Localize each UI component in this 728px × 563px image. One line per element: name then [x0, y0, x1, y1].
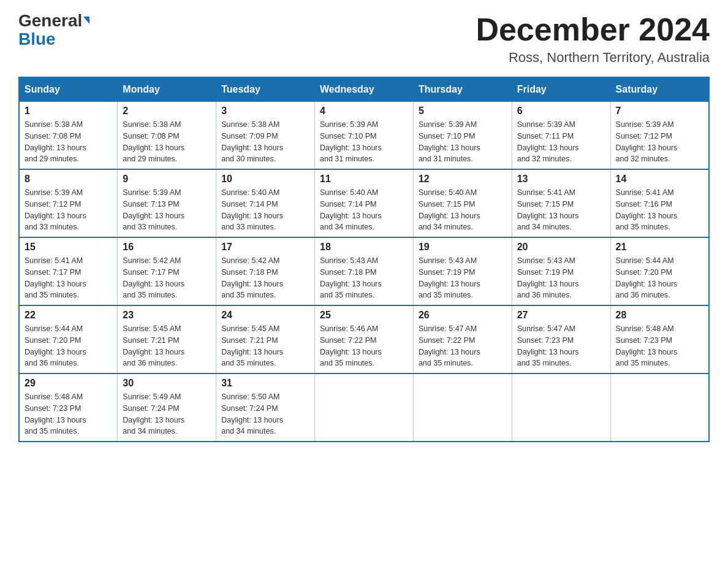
calendar-week-row: 1 Sunrise: 5:38 AM Sunset: 7:08 PM Dayli…: [19, 102, 709, 170]
day-info: Sunrise: 5:46 AM Sunset: 7:22 PM Dayligh…: [320, 323, 408, 369]
day-info: Sunrise: 5:49 AM Sunset: 7:24 PM Dayligh…: [123, 391, 211, 437]
calendar-cell: 31 Sunrise: 5:50 AM Sunset: 7:24 PM Dayl…: [216, 373, 315, 442]
day-number: 28: [616, 310, 703, 321]
day-info: Sunrise: 5:50 AM Sunset: 7:24 PM Dayligh…: [221, 391, 309, 437]
day-info: Sunrise: 5:40 AM Sunset: 7:15 PM Dayligh…: [419, 187, 507, 233]
calendar-cell: 25 Sunrise: 5:46 AM Sunset: 7:22 PM Dayl…: [315, 305, 414, 373]
day-info: Sunrise: 5:39 AM Sunset: 7:10 PM Dayligh…: [320, 119, 408, 165]
day-number: 7: [616, 105, 703, 117]
day-number: 4: [320, 105, 408, 117]
calendar-header-tuesday: Tuesday: [216, 77, 315, 102]
day-info: Sunrise: 5:43 AM Sunset: 7:19 PM Dayligh…: [419, 255, 507, 301]
day-info: Sunrise: 5:38 AM Sunset: 7:08 PM Dayligh…: [123, 119, 211, 165]
day-number: 18: [320, 242, 408, 253]
calendar-cell: 26 Sunrise: 5:47 AM Sunset: 7:22 PM Dayl…: [413, 305, 512, 373]
day-info: Sunrise: 5:39 AM Sunset: 7:12 PM Dayligh…: [616, 119, 703, 165]
day-info: Sunrise: 5:42 AM Sunset: 7:18 PM Dayligh…: [221, 255, 309, 301]
calendar-cell: 9 Sunrise: 5:39 AM Sunset: 7:13 PM Dayli…: [118, 169, 216, 237]
day-number: 27: [517, 310, 605, 321]
day-number: 1: [25, 105, 112, 117]
header: General Blue December 2024 Ross, Norther…: [18, 12, 710, 66]
calendar-cell: 30 Sunrise: 5:49 AM Sunset: 7:24 PM Dayl…: [118, 373, 216, 442]
day-info: Sunrise: 5:39 AM Sunset: 7:12 PM Dayligh…: [25, 187, 112, 233]
day-number: 26: [419, 310, 507, 321]
calendar-cell: 21 Sunrise: 5:44 AM Sunset: 7:20 PM Dayl…: [610, 237, 709, 305]
month-title: December 2024: [476, 12, 710, 47]
calendar-cell: 16 Sunrise: 5:42 AM Sunset: 7:17 PM Dayl…: [118, 237, 216, 305]
calendar-header-thursday: Thursday: [413, 77, 512, 102]
day-info: Sunrise: 5:39 AM Sunset: 7:13 PM Dayligh…: [123, 187, 211, 233]
day-info: Sunrise: 5:43 AM Sunset: 7:19 PM Dayligh…: [517, 255, 605, 301]
logo-general: General: [18, 12, 89, 29]
day-number: 8: [25, 174, 112, 185]
calendar-cell: 7 Sunrise: 5:39 AM Sunset: 7:12 PM Dayli…: [610, 102, 709, 170]
logo-triangle-icon: [83, 17, 89, 24]
day-number: 9: [123, 174, 211, 185]
calendar-cell: 22 Sunrise: 5:44 AM Sunset: 7:20 PM Dayl…: [19, 305, 118, 373]
day-info: Sunrise: 5:47 AM Sunset: 7:22 PM Dayligh…: [419, 323, 507, 369]
location-title: Ross, Northern Territory, Australia: [476, 50, 710, 66]
day-number: 17: [221, 242, 309, 253]
logo: General Blue: [18, 12, 89, 48]
day-number: 21: [616, 242, 703, 253]
day-info: Sunrise: 5:48 AM Sunset: 7:23 PM Dayligh…: [616, 323, 703, 369]
calendar-cell: 3 Sunrise: 5:38 AM Sunset: 7:09 PM Dayli…: [216, 102, 315, 170]
day-info: Sunrise: 5:40 AM Sunset: 7:14 PM Dayligh…: [221, 187, 309, 233]
calendar-cell: 23 Sunrise: 5:45 AM Sunset: 7:21 PM Dayl…: [118, 305, 216, 373]
calendar-cell: 14 Sunrise: 5:41 AM Sunset: 7:16 PM Dayl…: [610, 169, 709, 237]
day-number: 29: [25, 378, 112, 389]
day-info: Sunrise: 5:39 AM Sunset: 7:10 PM Dayligh…: [419, 119, 507, 165]
day-number: 5: [419, 105, 507, 117]
calendar-cell: 4 Sunrise: 5:39 AM Sunset: 7:10 PM Dayli…: [315, 102, 414, 170]
day-number: 16: [123, 242, 211, 253]
calendar-cell: 8 Sunrise: 5:39 AM Sunset: 7:12 PM Dayli…: [19, 169, 118, 237]
calendar-header-friday: Friday: [512, 77, 610, 102]
day-number: 6: [517, 105, 605, 117]
calendar-cell: 19 Sunrise: 5:43 AM Sunset: 7:19 PM Dayl…: [413, 237, 512, 305]
day-info: Sunrise: 5:44 AM Sunset: 7:20 PM Dayligh…: [616, 255, 703, 301]
day-info: Sunrise: 5:42 AM Sunset: 7:17 PM Dayligh…: [123, 255, 211, 301]
day-number: 31: [221, 378, 309, 389]
calendar-cell: 6 Sunrise: 5:39 AM Sunset: 7:11 PM Dayli…: [512, 102, 610, 170]
calendar-cell: [610, 373, 709, 442]
calendar-header-monday: Monday: [118, 77, 216, 102]
calendar-header-saturday: Saturday: [610, 77, 709, 102]
title-area: December 2024 Ross, Northern Territory, …: [476, 12, 710, 66]
day-number: 19: [419, 242, 507, 253]
calendar-cell: 13 Sunrise: 5:41 AM Sunset: 7:15 PM Dayl…: [512, 169, 610, 237]
calendar-cell: [315, 373, 414, 442]
calendar-week-row: 29 Sunrise: 5:48 AM Sunset: 7:23 PM Dayl…: [19, 373, 709, 442]
calendar-header-row: SundayMondayTuesdayWednesdayThursdayFrid…: [19, 77, 709, 102]
day-number: 15: [25, 242, 112, 253]
day-number: 3: [221, 105, 309, 117]
day-info: Sunrise: 5:38 AM Sunset: 7:09 PM Dayligh…: [221, 119, 309, 165]
day-info: Sunrise: 5:45 AM Sunset: 7:21 PM Dayligh…: [123, 323, 211, 369]
calendar-header-wednesday: Wednesday: [315, 77, 414, 102]
day-number: 22: [25, 310, 112, 321]
day-info: Sunrise: 5:40 AM Sunset: 7:14 PM Dayligh…: [320, 187, 408, 233]
day-number: 14: [616, 174, 703, 185]
calendar-header-sunday: Sunday: [19, 77, 118, 102]
day-info: Sunrise: 5:43 AM Sunset: 7:18 PM Dayligh…: [320, 255, 408, 301]
day-info: Sunrise: 5:41 AM Sunset: 7:17 PM Dayligh…: [25, 255, 112, 301]
day-info: Sunrise: 5:41 AM Sunset: 7:16 PM Dayligh…: [616, 187, 703, 233]
calendar-cell: 1 Sunrise: 5:38 AM Sunset: 7:08 PM Dayli…: [19, 102, 118, 170]
calendar-cell: 18 Sunrise: 5:43 AM Sunset: 7:18 PM Dayl…: [315, 237, 414, 305]
day-number: 10: [221, 174, 309, 185]
calendar-cell: [512, 373, 610, 442]
day-info: Sunrise: 5:38 AM Sunset: 7:08 PM Dayligh…: [25, 119, 112, 165]
calendar-cell: 29 Sunrise: 5:48 AM Sunset: 7:23 PM Dayl…: [19, 373, 118, 442]
calendar-week-row: 22 Sunrise: 5:44 AM Sunset: 7:20 PM Dayl…: [19, 305, 709, 373]
calendar-cell: 28 Sunrise: 5:48 AM Sunset: 7:23 PM Dayl…: [610, 305, 709, 373]
day-number: 13: [517, 174, 605, 185]
calendar-cell: 5 Sunrise: 5:39 AM Sunset: 7:10 PM Dayli…: [413, 102, 512, 170]
day-number: 12: [419, 174, 507, 185]
calendar-cell: [413, 373, 512, 442]
calendar-cell: 15 Sunrise: 5:41 AM Sunset: 7:17 PM Dayl…: [19, 237, 118, 305]
day-number: 23: [123, 310, 211, 321]
calendar-cell: 10 Sunrise: 5:40 AM Sunset: 7:14 PM Dayl…: [216, 169, 315, 237]
day-info: Sunrise: 5:48 AM Sunset: 7:23 PM Dayligh…: [25, 391, 112, 437]
day-number: 11: [320, 174, 408, 185]
day-info: Sunrise: 5:45 AM Sunset: 7:21 PM Dayligh…: [221, 323, 309, 369]
calendar-week-row: 8 Sunrise: 5:39 AM Sunset: 7:12 PM Dayli…: [19, 169, 709, 237]
